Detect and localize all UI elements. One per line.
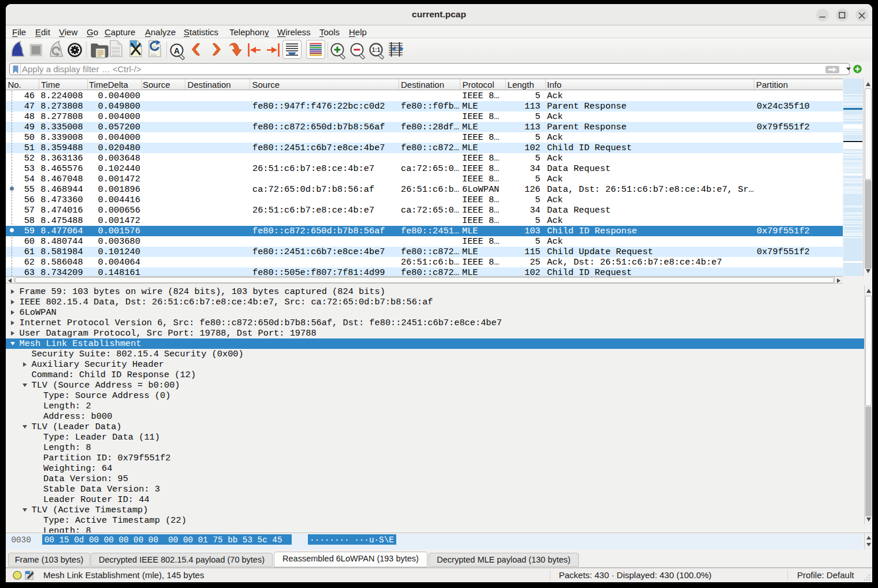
svg-text:1:1: 1:1 [372, 47, 381, 53]
